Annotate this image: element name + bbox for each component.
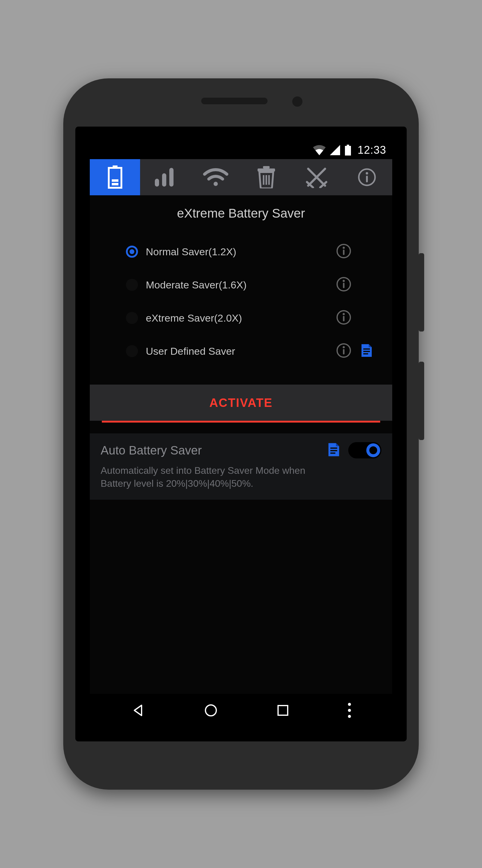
document-icon bbox=[359, 343, 374, 358]
document-icon bbox=[326, 442, 342, 458]
tab-wifi[interactable] bbox=[191, 159, 241, 195]
edit-profile-button[interactable] bbox=[359, 343, 374, 359]
svg-rect-36 bbox=[363, 353, 368, 354]
svg-rect-27 bbox=[343, 283, 345, 288]
nav-menu-button[interactable] bbox=[348, 703, 351, 718]
activate-section: ACTIVATE bbox=[90, 384, 392, 423]
svg-rect-11 bbox=[258, 168, 275, 172]
top-tab-bar bbox=[90, 159, 392, 195]
phone-side-button bbox=[419, 253, 424, 332]
info-icon bbox=[336, 244, 351, 258]
svg-rect-8 bbox=[169, 168, 173, 187]
info-button[interactable] bbox=[336, 310, 351, 326]
radio-unselected-icon bbox=[126, 279, 138, 291]
radio-unselected-icon bbox=[126, 312, 138, 324]
app-body: eXtreme Battery Saver Normal Saver(1.2X)… bbox=[90, 195, 392, 694]
tab-signal[interactable] bbox=[140, 159, 190, 195]
svg-rect-6 bbox=[155, 179, 159, 187]
radio-selected-icon bbox=[126, 246, 138, 258]
option-label: User Defined Saver bbox=[146, 345, 328, 357]
crossed-swords-icon bbox=[306, 166, 327, 188]
svg-rect-34 bbox=[363, 348, 370, 350]
auto-saver-description: Automatically set into Battery Saver Mod… bbox=[101, 464, 318, 490]
wifi-icon bbox=[313, 145, 326, 155]
phone-frame: 12:33 bbox=[63, 79, 419, 789]
option-user-defined-saver[interactable]: User Defined Saver bbox=[126, 335, 374, 368]
page-title: eXtreme Battery Saver bbox=[90, 206, 392, 221]
svg-rect-7 bbox=[162, 173, 166, 187]
nav-back-button[interactable] bbox=[131, 704, 145, 717]
info-icon bbox=[336, 310, 351, 325]
dot-icon bbox=[348, 703, 351, 706]
svg-point-23 bbox=[343, 247, 345, 249]
svg-point-40 bbox=[205, 705, 216, 716]
toggle-knob-icon bbox=[366, 443, 380, 457]
tab-tools[interactable] bbox=[291, 159, 342, 195]
dot-icon bbox=[348, 709, 351, 712]
svg-rect-5 bbox=[112, 183, 118, 185]
svg-rect-24 bbox=[343, 250, 345, 255]
auto-saver-profile-button[interactable] bbox=[326, 442, 342, 459]
svg-rect-30 bbox=[343, 316, 345, 321]
info-button[interactable] bbox=[336, 343, 351, 359]
cell-signal-icon bbox=[330, 145, 340, 155]
option-extreme-saver[interactable]: eXtreme Saver(2.0X) bbox=[126, 301, 374, 335]
svg-rect-41 bbox=[278, 706, 288, 715]
radio-unselected-icon bbox=[126, 345, 138, 357]
recent-square-icon bbox=[277, 704, 289, 717]
battery-icon bbox=[107, 165, 123, 189]
svg-point-20 bbox=[366, 172, 368, 175]
auto-saver-title: Auto Battery Saver bbox=[101, 444, 319, 457]
home-circle-icon bbox=[204, 704, 218, 717]
info-icon bbox=[336, 343, 351, 358]
status-bar: 12:33 bbox=[90, 141, 392, 159]
info-button[interactable] bbox=[336, 244, 351, 260]
tab-trash[interactable] bbox=[241, 159, 291, 195]
screen: 12:33 bbox=[90, 141, 392, 727]
android-nav-bar bbox=[90, 694, 392, 727]
svg-rect-35 bbox=[363, 351, 370, 352]
svg-rect-0 bbox=[347, 145, 349, 146]
svg-point-29 bbox=[343, 313, 345, 315]
svg-rect-37 bbox=[330, 447, 338, 449]
activate-button[interactable]: ACTIVATE bbox=[90, 384, 392, 421]
tab-battery[interactable] bbox=[90, 159, 140, 195]
tab-info[interactable] bbox=[342, 159, 392, 195]
auto-saver-section: Auto Battery Saver bbox=[90, 433, 392, 500]
svg-rect-4 bbox=[112, 179, 118, 182]
option-moderate-saver[interactable]: Moderate Saver(1.6X) bbox=[126, 268, 374, 301]
clock-text: 12:33 bbox=[358, 144, 386, 156]
saver-options: Normal Saver(1.2X) Moderate Saver(1.6X) bbox=[90, 235, 392, 368]
option-label: Normal Saver(1.2X) bbox=[146, 246, 328, 258]
svg-point-26 bbox=[343, 280, 345, 282]
nav-home-button[interactable] bbox=[204, 704, 218, 717]
dot-icon bbox=[348, 715, 351, 718]
phone-camera bbox=[292, 96, 302, 107]
svg-rect-33 bbox=[343, 349, 345, 354]
battery-icon bbox=[344, 145, 352, 156]
svg-point-32 bbox=[343, 346, 345, 348]
option-label: Moderate Saver(1.6X) bbox=[146, 279, 328, 291]
svg-rect-1 bbox=[345, 146, 351, 156]
screen-bezel: 12:33 bbox=[75, 127, 407, 741]
signal-bars-icon bbox=[155, 168, 176, 187]
svg-point-9 bbox=[214, 182, 218, 186]
trash-icon bbox=[256, 166, 276, 188]
wifi-icon bbox=[203, 168, 229, 186]
svg-rect-38 bbox=[330, 450, 338, 451]
info-button[interactable] bbox=[336, 277, 351, 293]
activate-underline bbox=[102, 421, 380, 423]
option-label: eXtreme Saver(2.0X) bbox=[146, 312, 328, 324]
svg-rect-39 bbox=[330, 453, 335, 454]
phone-earpiece bbox=[201, 98, 267, 104]
back-triangle-icon bbox=[131, 704, 145, 717]
info-icon bbox=[358, 168, 376, 187]
option-normal-saver[interactable]: Normal Saver(1.2X) bbox=[126, 235, 374, 268]
nav-recent-button[interactable] bbox=[277, 704, 289, 717]
auto-saver-toggle[interactable] bbox=[348, 442, 381, 458]
svg-rect-10 bbox=[263, 166, 269, 168]
info-icon bbox=[336, 277, 351, 292]
svg-rect-21 bbox=[366, 176, 368, 182]
phone-side-button bbox=[419, 362, 424, 440]
